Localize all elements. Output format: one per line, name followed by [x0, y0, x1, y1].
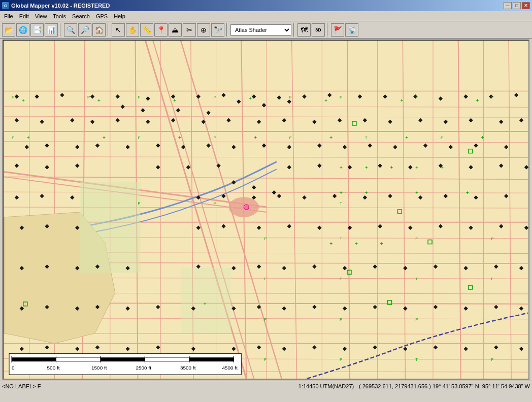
- map-svg: + + + + + + + + + + + + + + + + + + + + …: [4, 41, 528, 379]
- svg-text:+: +: [204, 301, 207, 307]
- svg-rect-289: [145, 357, 189, 361]
- gps-button[interactable]: 📡: [345, 23, 358, 37]
- minimize-button[interactable]: ─: [504, 2, 512, 9]
- svg-text:+: +: [400, 97, 403, 103]
- menu-help[interactable]: Help: [111, 12, 128, 20]
- svg-text:+: +: [481, 135, 484, 140]
- svg-text:F: F: [289, 136, 292, 140]
- svg-rect-284: [9, 353, 241, 375]
- pin-button[interactable]: 📍: [154, 23, 168, 37]
- svg-text:+: +: [380, 241, 383, 246]
- svg-text:+: +: [173, 97, 176, 103]
- binoculars-button[interactable]: 🔭: [211, 23, 224, 37]
- svg-text:2500 ft: 2500 ft: [136, 365, 152, 371]
- sep1: [60, 23, 62, 37]
- open-button[interactable]: 📂: [2, 23, 15, 37]
- svg-text:P: P: [340, 277, 342, 281]
- svg-text:+: +: [329, 241, 332, 246]
- title-bar-controls: ─ □ ✕: [504, 2, 530, 9]
- svg-text:F: F: [138, 136, 141, 140]
- zoom-in-button[interactable]: 🔍: [64, 23, 77, 37]
- svg-text:P: P: [415, 317, 418, 322]
- sep2: [108, 23, 110, 37]
- svg-text:T: T: [415, 357, 418, 362]
- svg-text:F: F: [415, 95, 418, 99]
- svg-text:500 ft: 500 ft: [47, 365, 60, 371]
- terrain-button[interactable]: ⛰: [169, 23, 182, 37]
- svg-text:F: F: [491, 357, 493, 362]
- close-button[interactable]: ✕: [522, 2, 530, 9]
- svg-text:+: +: [476, 97, 479, 103]
- status-coordinates: 1:14450 UTM(NAD27) - ( 269532.611, 21794…: [298, 383, 530, 389]
- svg-rect-288: [101, 357, 145, 361]
- sep5: [327, 23, 329, 37]
- home-button[interactable]: 🏠: [92, 23, 106, 37]
- svg-text:P: P: [264, 237, 267, 241]
- svg-text:+: +: [27, 135, 30, 140]
- layers-button[interactable]: 📑: [30, 23, 44, 37]
- svg-text:P: P: [138, 201, 141, 206]
- svg-text:T: T: [415, 277, 418, 281]
- svg-text:T: T: [365, 136, 368, 140]
- select-button[interactable]: ↖: [112, 23, 125, 37]
- flag-button[interactable]: 🚩: [331, 23, 344, 37]
- menu-tools[interactable]: Tools: [50, 12, 69, 20]
- window-title: Global Mapper v10.02 - REGISTERED: [11, 3, 110, 9]
- status-bar: <NO LABEL> F 1:14450 UTM(NAD27) - ( 2695…: [0, 381, 532, 391]
- svg-text:P: P: [214, 136, 216, 140]
- svg-point-251: [244, 205, 249, 210]
- svg-text:T: T: [340, 237, 342, 241]
- locate-button[interactable]: ⊕: [197, 23, 210, 37]
- svg-text:4500 ft: 4500 ft: [222, 365, 238, 371]
- svg-rect-46: [80, 182, 140, 273]
- svg-text:+: +: [340, 164, 343, 170]
- svg-text:+: +: [415, 164, 418, 170]
- svg-text:F: F: [214, 201, 216, 206]
- shader-select[interactable]: Atlas Shader Global Shader Slope Shader …: [230, 24, 291, 36]
- svg-text:+: +: [340, 190, 343, 195]
- zoom-out-button[interactable]: 🔎: [78, 23, 91, 37]
- svg-text:P: P: [264, 317, 267, 322]
- svg-text:F: F: [415, 237, 418, 241]
- svg-text:+: +: [365, 164, 368, 170]
- svg-text:F: F: [441, 136, 443, 140]
- svg-text:+: +: [329, 135, 332, 140]
- maximize-button[interactable]: □: [513, 2, 521, 9]
- svg-text:+: +: [441, 164, 444, 170]
- svg-text:+: +: [103, 135, 106, 140]
- svg-text:P: P: [87, 95, 90, 99]
- svg-text:P: P: [214, 95, 216, 99]
- chart-button[interactable]: 📊: [45, 23, 58, 37]
- menu-file[interactable]: File: [1, 12, 16, 20]
- menu-bar: File Edit View Tools Search GPS Help: [0, 11, 532, 21]
- svg-text:+: +: [97, 97, 101, 103]
- svg-text:+: +: [324, 97, 327, 103]
- svg-text:P: P: [12, 136, 14, 140]
- terrain2-button[interactable]: 🗺: [297, 23, 311, 37]
- svg-text:+: +: [466, 190, 469, 195]
- svg-text:+: +: [254, 135, 257, 140]
- svg-text:F: F: [12, 95, 14, 99]
- menu-view[interactable]: View: [32, 12, 50, 20]
- svg-rect-287: [56, 357, 100, 361]
- map-area[interactable]: + + + + + + + + + + + + + + + + + + + + …: [3, 40, 529, 380]
- cut-button[interactable]: ✂: [183, 23, 196, 37]
- toolbar: 📂 🌐 📑 📊 🔍 🔎 🏠 ↖ ✋ 📏 📍 ⛰ ✂ ⊕ 🔭 Atlas Shad…: [0, 21, 532, 39]
- svg-text:F: F: [491, 277, 493, 281]
- svg-text:+: +: [178, 135, 181, 140]
- measure-button[interactable]: 📏: [140, 23, 153, 37]
- svg-text:+: +: [415, 190, 418, 195]
- globe-button[interactable]: 🌐: [16, 23, 29, 37]
- svg-text:+: +: [22, 97, 25, 103]
- pan-button[interactable]: ✋: [126, 23, 139, 37]
- menu-edit[interactable]: Edit: [16, 12, 32, 20]
- menu-search[interactable]: Search: [69, 12, 93, 20]
- svg-text:T: T: [340, 201, 342, 206]
- svg-text:F: F: [264, 277, 267, 281]
- svg-text:+: +: [365, 190, 368, 195]
- svg-text:+: +: [249, 95, 252, 101]
- 3d-button[interactable]: 3D: [312, 23, 325, 37]
- svg-rect-290: [189, 357, 234, 361]
- menu-gps[interactable]: GPS: [93, 12, 111, 20]
- sep4: [293, 23, 295, 37]
